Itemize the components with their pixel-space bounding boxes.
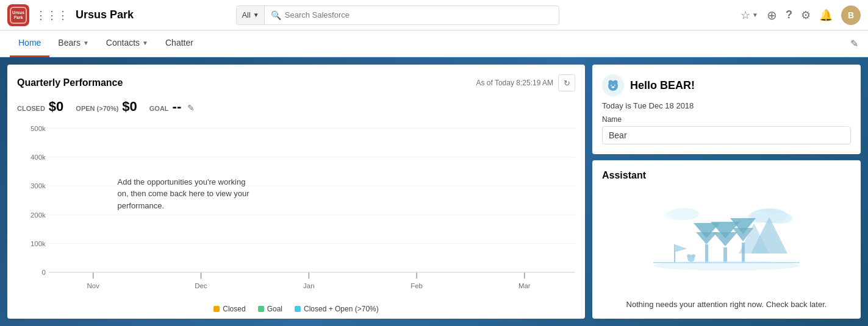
hello-name-input[interactable]	[602, 126, 851, 144]
app-logo[interactable]: UrsusPark	[7, 4, 29, 26]
goal-stat: GOAL -- ✎	[149, 99, 195, 115]
svg-text:Jan: Jan	[303, 282, 314, 289]
nav-item-contacts[interactable]: Contacts ▼	[98, 30, 157, 57]
hello-date: Today is Tue Dec 18 2018	[602, 101, 851, 110]
svg-marker-51	[675, 244, 687, 252]
legend-goal-dot	[258, 306, 264, 312]
svg-rect-44	[742, 243, 745, 263]
nav-bears-label: Bears	[58, 38, 81, 48]
bear-face-svg	[606, 78, 620, 93]
svg-point-48	[687, 254, 690, 258]
star-icon: ☆	[741, 9, 750, 22]
assistant-card: Assistant	[592, 160, 861, 319]
sub-navigation: Home Bears ▼ Contacts ▼ Chatter ✎	[0, 30, 868, 57]
nav-contacts-label: Contacts	[106, 38, 140, 48]
legend-closed: Closed	[213, 305, 245, 313]
closed-label: CLOSED	[17, 105, 45, 112]
quarterly-performance-panel: Quarterly Performance As of Today 8:25:1…	[7, 65, 585, 319]
svg-point-29	[611, 85, 611, 85]
open-value: $0	[122, 99, 137, 115]
assistant-nature-illustration	[647, 205, 806, 278]
favorites-chevron-icon: ▼	[752, 12, 758, 18]
bears-chevron-icon: ▼	[83, 40, 89, 46]
contacts-chevron-icon: ▼	[142, 40, 148, 46]
legend-closed-open: Closed + Open (>70%)	[295, 305, 379, 313]
legend-closed-open-dot	[295, 306, 301, 312]
hello-name-label: Name	[602, 115, 851, 124]
nav-item-home[interactable]: Home	[10, 30, 49, 57]
refresh-button[interactable]: ↻	[558, 74, 575, 91]
nav-chatter-label: Chatter	[165, 38, 193, 48]
top-navigation: UrsusPark ⋮⋮⋮ Ursus Park All ▼ 🔍 ☆ ▼ ⊕ ?…	[0, 0, 868, 30]
svg-text:Nov: Nov	[87, 282, 100, 289]
performance-stats: CLOSED $0 OPEN (>70%) $0 GOAL -- ✎	[17, 99, 575, 115]
add-icon[interactable]: ⊕	[767, 8, 777, 23]
hello-title: Hello BEAR!	[630, 79, 695, 92]
goal-edit-icon[interactable]: ✎	[187, 103, 195, 113]
panel-header: Quarterly Performance As of Today 8:25:1…	[17, 74, 575, 91]
avatar-initials: B	[848, 10, 854, 20]
help-icon[interactable]: ?	[786, 9, 792, 21]
svg-point-24	[609, 80, 613, 85]
svg-text:400k: 400k	[30, 154, 46, 161]
chart-area: 500k 400k 300k 200k 100k 0 Nov Dec Jan	[17, 122, 575, 313]
goal-value: --	[173, 99, 182, 115]
search-type-chevron: ▼	[253, 12, 259, 18]
nav-edit-icon[interactable]: ✎	[850, 38, 858, 49]
avatar[interactable]: B	[841, 5, 861, 25]
svg-rect-38	[705, 244, 708, 263]
search-bar: All ▼ 🔍	[236, 5, 559, 25]
closed-stat: CLOSED $0	[17, 99, 63, 115]
svg-text:500k: 500k	[30, 125, 46, 132]
svg-text:0: 0	[41, 269, 45, 276]
app-name: Ursus Park	[76, 9, 134, 21]
panel-header-right: As of Today 8:25:19 AM ↻	[476, 74, 575, 91]
app-logo-inner: UrsusPark	[10, 7, 27, 24]
svg-point-28	[612, 87, 615, 88]
settings-icon[interactable]: ⚙	[801, 9, 811, 22]
svg-text:100k: 100k	[30, 240, 46, 247]
svg-point-33	[770, 213, 792, 224]
open-stat: OPEN (>70%) $0	[76, 99, 137, 115]
hello-header: Hello BEAR!	[602, 74, 851, 96]
grid-icon[interactable]: ⋮⋮⋮	[35, 9, 68, 22]
svg-text:300k: 300k	[30, 182, 46, 190]
chart-svg: 500k 400k 300k 200k 100k 0 Nov Dec Jan	[17, 122, 575, 301]
right-panel: Hello BEAR! Today is Tue Dec 18 2018 Nam…	[592, 65, 861, 319]
svg-text:Feb: Feb	[411, 282, 423, 289]
goal-label: GOAL	[149, 105, 169, 112]
favorites-icon-wrap[interactable]: ☆ ▼	[741, 9, 758, 22]
closed-value: $0	[49, 99, 63, 115]
panel-title: Quarterly Performance	[17, 77, 123, 88]
hello-card: Hello BEAR! Today is Tue Dec 18 2018 Nam…	[592, 65, 861, 154]
search-input[interactable]	[285, 10, 553, 19]
nav-home-label: Home	[18, 38, 41, 48]
svg-rect-41	[723, 247, 727, 263]
svg-point-35	[665, 210, 684, 220]
open-label: OPEN (>70%)	[76, 105, 118, 112]
chart-legend: Closed Goal Closed + Open (>70%)	[17, 305, 575, 313]
as-of-date: As of Today 8:25:19 AM	[476, 79, 553, 87]
notification-icon[interactable]: 🔔	[819, 9, 833, 22]
legend-closed-label: Closed	[223, 305, 245, 313]
main-content: Quarterly Performance As of Today 8:25:1…	[0, 57, 868, 326]
svg-point-49	[692, 254, 695, 258]
svg-point-25	[614, 80, 618, 85]
legend-goal: Goal	[258, 305, 282, 313]
chart-svg-wrap: 500k 400k 300k 200k 100k 0 Nov Dec Jan	[17, 122, 575, 301]
legend-closed-dot	[213, 306, 220, 312]
top-right-icons: ☆ ▼ ⊕ ? ⚙ 🔔 B	[741, 5, 861, 25]
nav-item-chatter[interactable]: Chatter	[157, 30, 202, 57]
svg-text:200k: 200k	[30, 211, 46, 218]
legend-closed-open-label: Closed + Open (>70%)	[304, 305, 379, 313]
chart-empty-message: Add the opportunities you're working on,…	[118, 175, 252, 211]
assistant-illustration	[602, 188, 851, 294]
assistant-message: Nothing needs your attention right now. …	[626, 300, 827, 309]
nav-item-bears[interactable]: Bears ▼	[49, 30, 97, 57]
hello-bear-icon	[602, 74, 624, 96]
search-type-select[interactable]: All ▼	[237, 6, 264, 24]
svg-text:Dec: Dec	[195, 282, 207, 289]
legend-goal-label: Goal	[267, 305, 282, 313]
search-icon: 🔍	[271, 10, 281, 20]
assistant-title: Assistant	[602, 170, 646, 181]
